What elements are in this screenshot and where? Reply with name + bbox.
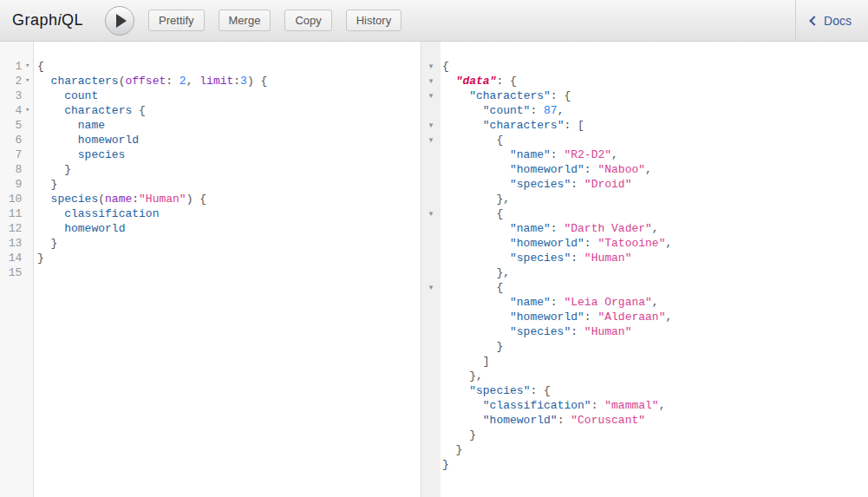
code-line: "homeworld": "Coruscant" [442,413,868,428]
code-token: } [442,458,449,471]
code-line[interactable]: { [37,59,421,74]
query-line-number-gutter: 1▾2▾34▾56789101112131415 [0,42,34,497]
code-token: : [530,104,544,117]
docs-toggle[interactable]: Docs [795,0,868,42]
code-line[interactable]: characters { [37,103,421,118]
code-token [37,75,51,88]
code-token: } [37,252,44,265]
gutter-line: 9 [0,177,33,192]
history-button[interactable]: History [346,10,401,31]
code-line[interactable]: name [37,118,421,133]
toolbar: GraphiQL Prettify Merge Copy History Doc… [0,0,868,42]
query-editor-pane: 1▾2▾34▾56789101112131415 { characters(of… [0,42,421,497]
fold-arrow-icon [22,206,33,221]
fold-arrow-icon[interactable]: ▾ [421,59,441,74]
gutter-line: 5 [0,118,33,133]
code-token [37,134,78,147]
code-line[interactable]: homeworld [37,133,421,147]
code-token: { [442,281,503,294]
fold-arrow-icon [421,236,441,251]
gutter-line: 10 [0,192,33,206]
code-line[interactable]: } [37,177,421,192]
fold-arrow-icon [421,428,441,442]
code-line: ] [442,354,868,369]
code-token: : { [496,75,516,88]
code-token: "classification" [483,399,591,412]
code-line: "name": "Leia Organa", [442,295,868,310]
code-line: "species": "Human" [442,324,868,339]
code-line: } [442,428,868,442]
code-token: 87 [544,104,558,117]
fold-arrow-icon [22,118,33,133]
gutter-line: 12 [0,221,33,236]
code-line[interactable]: classification [37,206,421,221]
code-token: : [584,311,598,324]
code-line[interactable]: homeworld [37,221,421,236]
fold-arrow-icon [421,339,441,354]
fold-arrow-icon[interactable]: ▾ [421,133,441,147]
code-line: { [442,280,868,295]
line-number: 1 [0,59,22,74]
code-token: ( [98,193,105,206]
gutter-line: 3 [0,88,33,103]
workspace: 1▾2▾34▾56789101112131415 { characters(of… [0,42,868,497]
fold-arrow-icon[interactable]: ▾ [421,206,441,221]
fold-arrow-icon[interactable]: ▾ [421,74,441,88]
code-token: characters [64,104,132,117]
fold-arrow-icon[interactable]: ▾ [22,103,33,118]
fold-arrow-icon [421,295,441,310]
code-token: , [652,296,659,309]
code-token: : { [551,89,571,102]
code-line[interactable]: characters(offset: 2, limit:3) { [37,74,421,88]
line-number: 3 [0,88,22,103]
code-token: : [ [564,119,584,132]
code-token: "count" [483,104,531,117]
code-line[interactable]: } [37,162,421,177]
code-token: : [551,148,565,161]
code-line: } [442,457,868,472]
code-token: "species" [510,178,571,191]
code-token [442,311,510,324]
fold-arrow-icon [421,457,441,472]
gutter-line: 15 [0,265,33,280]
line-number: 6 [0,133,22,147]
fold-arrow-icon[interactable]: ▾ [22,74,33,88]
code-token [442,296,510,309]
code-token [442,148,510,161]
code-token: : [166,75,179,88]
code-token [442,89,469,102]
fold-arrow-icon[interactable]: ▾ [421,88,441,103]
code-token: "Coruscant" [571,414,645,427]
fold-arrow-icon [421,265,441,280]
fold-arrow-icon [22,162,33,177]
prettify-button[interactable]: Prettify [148,10,204,31]
code-token: count [64,89,98,102]
fold-arrow-icon[interactable]: ▾ [421,280,441,295]
code-line: } [442,339,868,354]
query-editor[interactable]: { characters(offset: 2, limit:3) { count… [34,42,421,497]
fold-arrow-icon [421,383,441,398]
code-line: "species": "Human" [442,251,868,265]
copy-button[interactable]: Copy [284,10,331,31]
fold-arrow-icon[interactable]: ▾ [421,118,441,133]
code-line[interactable]: species [37,147,421,162]
code-line[interactable]: } [37,251,421,265]
code-token: : { [530,384,550,397]
code-line[interactable]: species(name:"Human") { [37,192,421,206]
code-line[interactable]: } [37,236,421,251]
fold-arrow-icon [22,251,33,265]
code-token: : [132,193,139,206]
code-token: { [37,60,44,73]
code-line[interactable]: count [37,88,421,103]
code-token: : [233,75,240,88]
code-line: "classification": "mammal", [442,398,868,413]
execute-query-button[interactable] [105,6,134,36]
code-line: "characters": { [442,88,868,103]
fold-arrow-icon [421,310,441,324]
fold-arrow-icon[interactable]: ▾ [22,59,33,74]
merge-button[interactable]: Merge [219,10,271,31]
code-line[interactable] [37,265,421,280]
graphiql-logo: GraphiQL [12,11,83,29]
line-number: 10 [0,192,22,206]
fold-arrow-icon [22,221,33,236]
